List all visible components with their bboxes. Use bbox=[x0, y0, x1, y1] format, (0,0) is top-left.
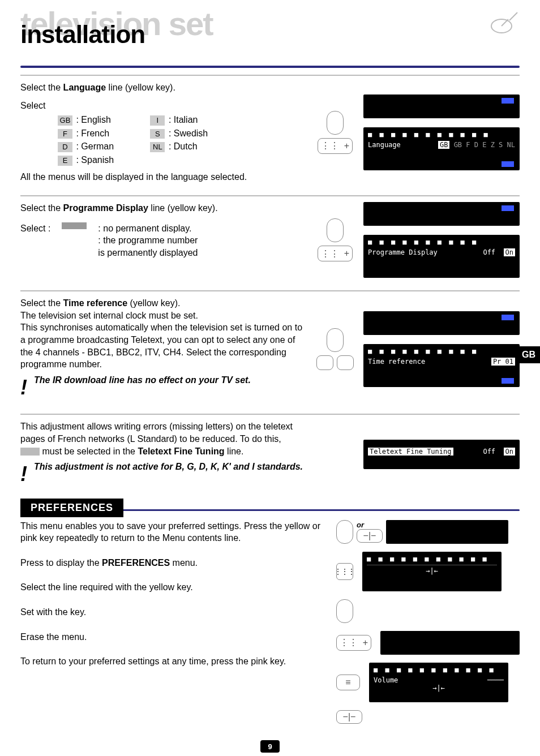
text: Select the Programme Display line (yello… bbox=[20, 202, 303, 214]
text: This menu enables you to save your prefe… bbox=[20, 520, 327, 544]
country-tab: GB bbox=[517, 346, 540, 363]
grid-button[interactable]: ⋮⋮⋮ bbox=[336, 563, 353, 580]
text: Select the Language line (yellow key). bbox=[20, 81, 303, 94]
alert-icon: ! bbox=[20, 461, 32, 488]
plus-button[interactable] bbox=[337, 355, 354, 370]
plus-button[interactable]: −|− bbox=[357, 529, 383, 543]
plus-minus-button[interactable]: ⋮⋮ + bbox=[318, 138, 353, 154]
plus-minus-button[interactable]: ⋮⋮ + bbox=[336, 635, 371, 651]
text: Select the line required with the yellow… bbox=[20, 581, 327, 594]
header-divider bbox=[20, 66, 520, 68]
nav-button[interactable] bbox=[336, 520, 353, 544]
osd-blank bbox=[386, 520, 508, 544]
or-label: or bbox=[357, 521, 383, 529]
osd-blank bbox=[363, 94, 520, 118]
osd-volume: ■ ■ ■ ■ ■ ■ ■ ■ ■ ■ ■ Volume──── →|← bbox=[369, 663, 508, 702]
osd-language: ■ ■ ■ ■ ■ ■ ■ ■ ■ ■ ■ LanguageGB GB F D … bbox=[363, 127, 520, 170]
nav-button[interactable] bbox=[327, 328, 344, 352]
osd-blank bbox=[363, 311, 520, 335]
text: All the menus will be displayed in the l… bbox=[20, 171, 303, 183]
preferences-heading: PREFERENCES bbox=[20, 499, 123, 517]
osd-time-ref: ■ ■ ■ ■ ■ ■ ■ ■ ■ ■ Time referencePr 01 bbox=[363, 344, 520, 387]
text: Set with the key. bbox=[20, 606, 327, 618]
menu-button[interactable]: ≡ bbox=[336, 675, 360, 690]
satellite-icon bbox=[486, 10, 520, 38]
alert-icon: ! bbox=[20, 374, 32, 402]
text: Select the Time reference (yellow key). bbox=[20, 297, 303, 310]
text: The television set internal clock must b… bbox=[20, 310, 303, 322]
text: This adjustment allows writing errors (m… bbox=[20, 420, 303, 445]
nav-button[interactable] bbox=[327, 111, 344, 135]
osd-menu: ■ ■ ■ ■ ■ ■ ■ ■ ■ ■ ■ →|← bbox=[362, 552, 502, 591]
minus-button[interactable] bbox=[316, 355, 333, 370]
text: Erase the menu. bbox=[20, 631, 327, 643]
language-grid: GB : English I : Italian F : French S : … bbox=[57, 114, 303, 166]
note: The IR download line has no effect on yo… bbox=[34, 374, 251, 386]
note: This adjustment is not active for B, G, … bbox=[34, 461, 303, 473]
nav-button[interactable] bbox=[327, 218, 344, 242]
page-number: 9 bbox=[260, 740, 280, 753]
text: Select bbox=[20, 100, 303, 112]
text: must be selected in the Teletext Fine Tu… bbox=[20, 445, 303, 458]
text: To return to your preferred settings at … bbox=[20, 655, 327, 668]
text: Select : : no permanent display. : the p… bbox=[20, 222, 303, 259]
osd-teletext: Teletext Fine TuningOff On bbox=[363, 440, 520, 469]
text: Press to display the PREFERENCES menu. bbox=[20, 557, 327, 569]
text: This synchronises automatically when the… bbox=[20, 321, 303, 370]
osd-blank bbox=[363, 202, 520, 226]
osd-blank bbox=[380, 631, 520, 655]
osd-prog-display: ■ ■ ■ ■ ■ ■ ■ ■ ■ ■ Programme DisplayOff… bbox=[363, 235, 520, 278]
title-main: installation bbox=[20, 20, 145, 49]
plus-minus-button[interactable]: ⋮⋮ + bbox=[318, 246, 353, 261]
plus-button[interactable]: −|− bbox=[336, 710, 362, 724]
nav-button[interactable] bbox=[336, 599, 353, 623]
